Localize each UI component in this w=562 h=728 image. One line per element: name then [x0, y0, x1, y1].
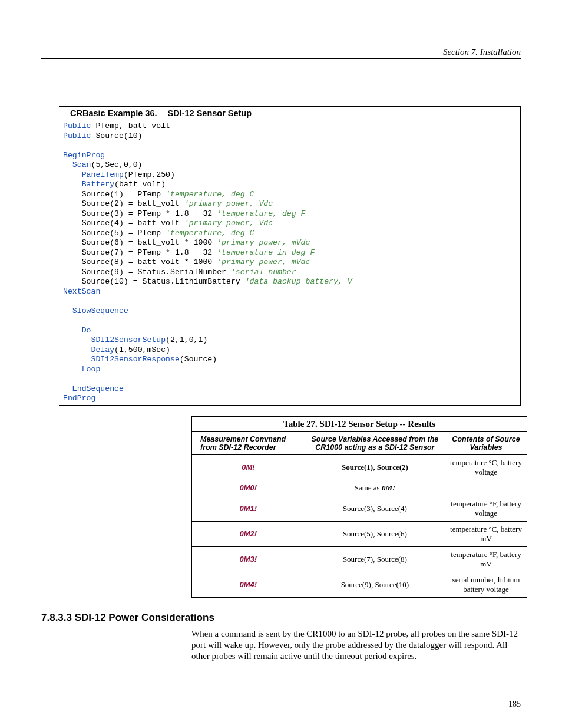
kw-scan: Scan	[72, 160, 91, 169]
cell-cont: temperature °F, battery voltage	[445, 496, 527, 521]
results-table-wrap: Table 27. SDI-12 Sensor Setup -- Results…	[191, 416, 527, 598]
code-text: Source(9) = Status.SerialNumber	[63, 268, 231, 276]
table-row: 0M1! Source(3), Source(4) temperature °F…	[192, 496, 527, 521]
table-row: 0M4! Source(9), Source(10) serial number…	[192, 572, 527, 597]
cell-cont	[445, 480, 527, 496]
comment: 'primary power, mVdc	[217, 238, 310, 247]
section-heading: 7.8.3.3 SDI-12 Power Considerations	[41, 612, 521, 624]
col-header-src: Source Variables Accessed from the CR100…	[305, 431, 445, 454]
results-table: Measurement Command from SDI-12 Recorder…	[192, 431, 527, 597]
code-listing: Public PTemp, batt_volt Public Source(10…	[59, 120, 520, 405]
section-title: SDI-12 Power Considerations	[75, 612, 214, 623]
cell-cmd: 0M2!	[192, 521, 305, 546]
code-text: (PTemp,250)	[124, 170, 175, 179]
comment: 'primary power, Vdc	[184, 219, 273, 228]
cell-src: Source(3), Source(4)	[305, 496, 445, 521]
code-text: (2,1,0,1)	[166, 335, 207, 344]
cell-cmd: 0M0!	[192, 480, 305, 496]
code-text: Source(5) = PTemp	[63, 229, 166, 238]
table-row: 0M2! Source(5), Source(6) temperature °C…	[192, 521, 527, 546]
cell-src: Source(9), Source(10)	[305, 572, 445, 597]
kw-slowsequence: SlowSequence	[72, 307, 128, 315]
kw-loop: Loop	[82, 365, 101, 374]
kw-endsequence: EndSequence	[72, 384, 124, 393]
comment: 'temperature, deg C	[166, 229, 254, 238]
comment: 'data backup battery, V	[245, 277, 352, 286]
cell-cont: temperature °F, battery mV	[445, 546, 527, 572]
code-text: Source(3) = PTemp * 1.8 + 32	[63, 209, 217, 218]
code-text: Source(10) = Status.LithiumBattery	[63, 277, 245, 286]
cell-src: Source(1), Source(2)	[305, 454, 445, 480]
code-text: Source(8) = batt_volt * 1000	[63, 258, 217, 266]
kw-battery: Battery	[82, 180, 114, 189]
example-caption: SDI-12 Sensor Setup	[168, 108, 252, 118]
kw-sdi12setup: SDI12SensorSetup	[91, 335, 166, 344]
code-text: Source(4) = batt_volt	[63, 219, 184, 228]
table-row: 0M3! Source(7), Source(8) temperature °F…	[192, 546, 527, 572]
code-text: (Source)	[180, 355, 217, 364]
code-text: PTemp, batt_volt	[91, 121, 170, 130]
kw-sdi12response: SDI12SensorResponse	[91, 355, 179, 364]
cell-src: Same as 0M!	[305, 480, 445, 496]
code-text: (batt_volt)	[114, 180, 166, 189]
comment: 'primary power, mVdc	[217, 258, 310, 266]
comment: 'temperature, deg F	[217, 209, 305, 218]
kw-do: Do	[82, 326, 91, 335]
table-row: 0M! Source(1), Source(2) temperature °C,…	[192, 454, 527, 480]
comment: 'temperature in deg F	[217, 248, 315, 257]
sameas-em: 0M!	[382, 483, 395, 492]
kw-paneltemp: PanelTemp	[82, 170, 124, 179]
code-text: Source(2) = batt_volt	[63, 199, 184, 208]
cell-src: Source(7), Source(8)	[305, 546, 445, 572]
col-header-cont: Contents of Source Variables	[445, 431, 527, 454]
kw-endprog: EndProg	[63, 394, 95, 403]
cell-cmd: 0M1!	[192, 496, 305, 521]
section-number: 7.8.3.3	[41, 612, 72, 623]
cell-cont: temperature °C, battery voltage	[445, 454, 527, 480]
example-title: CRBasic Example 36. SDI-12 Sensor Setup	[59, 107, 520, 120]
table-row: 0M0! Same as 0M!	[192, 480, 527, 496]
kw-public-2: Public	[63, 131, 91, 140]
table-header-row: Measurement Command from SDI-12 Recorder…	[192, 431, 527, 454]
kw-public-1: Public	[63, 121, 91, 130]
col-header-cmd: Measurement Command from SDI-12 Recorder	[192, 431, 305, 454]
cell-src: Source(5), Source(6)	[305, 521, 445, 546]
code-text: Source(7) = PTemp * 1.8 + 32	[63, 248, 217, 257]
example-number: CRBasic Example 36.	[70, 108, 157, 118]
code-text: Source(10)	[91, 131, 142, 140]
cell-cmd: 0M!	[192, 454, 305, 480]
comment: 'primary power, Vdc	[184, 199, 273, 208]
kw-beginprog: BeginProg	[63, 151, 105, 160]
section-body: When a command is sent by the CR1000 to …	[191, 628, 527, 663]
cell-cont: temperature °C, battery mV	[445, 521, 527, 546]
code-text: Source(1) = PTemp	[63, 190, 166, 199]
cell-cmd: 0M4!	[192, 572, 305, 597]
cell-cont: serial number, lithium battery voltage	[445, 572, 527, 597]
code-text: Source(6) = batt_volt * 1000	[63, 238, 217, 247]
page-number: 185	[508, 700, 521, 709]
kw-delay: Delay	[91, 345, 114, 354]
kw-nextscan: NextScan	[63, 287, 100, 296]
running-header: Section 7. Installation	[41, 47, 521, 59]
cell-cmd: 0M3!	[192, 546, 305, 572]
comment: 'temperature, deg C	[166, 190, 254, 199]
code-text: (1,500,mSec)	[114, 345, 170, 354]
sameas-prefix: Same as	[355, 483, 382, 492]
code-text: (5,Sec,0,0)	[91, 160, 142, 169]
table-title: Table 27. SDI-12 Sensor Setup -- Results	[192, 417, 527, 431]
code-example-box: CRBasic Example 36. SDI-12 Sensor Setup …	[59, 106, 521, 406]
comment: 'serial number	[231, 268, 296, 276]
